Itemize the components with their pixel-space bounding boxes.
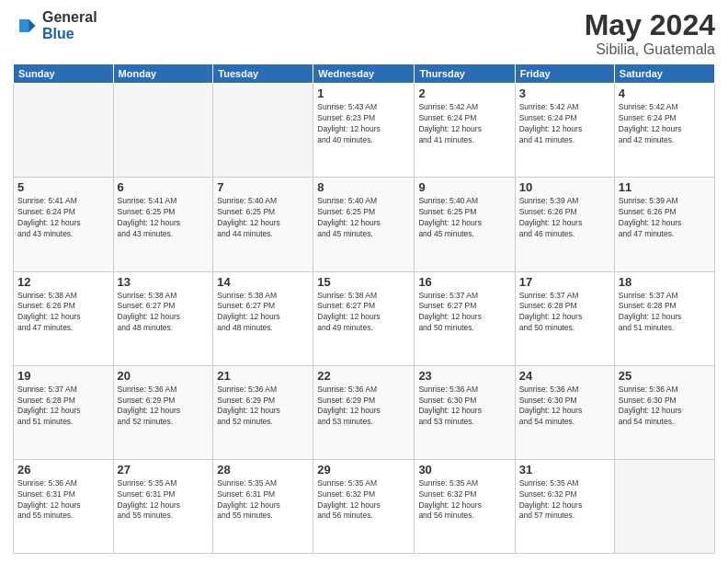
header-monday: Monday <box>113 64 213 84</box>
day-info: Sunrise: 5:38 AM Sunset: 6:27 PM Dayligh… <box>317 291 410 335</box>
day-number: 24 <box>519 369 610 383</box>
day-number: 15 <box>317 275 410 289</box>
day-info: Sunrise: 5:38 AM Sunset: 6:26 PM Dayligh… <box>17 291 109 335</box>
table-row: 16Sunrise: 5:37 AM Sunset: 6:27 PM Dayli… <box>415 271 515 365</box>
day-info: Sunrise: 5:35 AM Sunset: 6:32 PM Dayligh… <box>418 478 510 523</box>
header-friday: Friday <box>515 64 614 84</box>
day-info: Sunrise: 5:37 AM Sunset: 6:28 PM Dayligh… <box>519 291 610 335</box>
table-row: 6Sunrise: 5:41 AM Sunset: 6:25 PM Daylig… <box>113 178 213 271</box>
table-row <box>614 459 714 553</box>
table-row: 1Sunrise: 5:43 AM Sunset: 6:23 PM Daylig… <box>313 84 415 178</box>
table-row: 9Sunrise: 5:40 AM Sunset: 6:25 PM Daylig… <box>415 178 515 271</box>
table-row <box>14 84 114 178</box>
table-row: 18Sunrise: 5:37 AM Sunset: 6:28 PM Dayli… <box>614 271 714 365</box>
table-row <box>213 84 313 178</box>
day-info: Sunrise: 5:37 AM Sunset: 6:28 PM Dayligh… <box>619 291 711 335</box>
day-number: 6 <box>118 180 210 194</box>
main-title: May 2024 <box>585 9 715 41</box>
table-row: 23Sunrise: 5:36 AM Sunset: 6:30 PM Dayli… <box>415 365 515 459</box>
day-info: Sunrise: 5:43 AM Sunset: 6:23 PM Dayligh… <box>317 102 410 146</box>
day-info: Sunrise: 5:42 AM Sunset: 6:24 PM Dayligh… <box>519 102 610 146</box>
day-info: Sunrise: 5:36 AM Sunset: 6:29 PM Dayligh… <box>317 385 410 429</box>
table-row: 4Sunrise: 5:42 AM Sunset: 6:24 PM Daylig… <box>614 84 714 178</box>
day-info: Sunrise: 5:35 AM Sunset: 6:31 PM Dayligh… <box>118 478 210 523</box>
day-info: Sunrise: 5:37 AM Sunset: 6:27 PM Dayligh… <box>418 291 510 335</box>
day-info: Sunrise: 5:38 AM Sunset: 6:27 PM Dayligh… <box>217 291 309 335</box>
table-row: 14Sunrise: 5:38 AM Sunset: 6:27 PM Dayli… <box>213 271 313 365</box>
day-number: 17 <box>519 275 610 289</box>
day-info: Sunrise: 5:40 AM Sunset: 6:25 PM Dayligh… <box>317 196 410 240</box>
day-number: 25 <box>619 369 711 383</box>
day-number: 27 <box>118 463 210 477</box>
header-tuesday: Tuesday <box>213 64 313 84</box>
day-number: 16 <box>418 275 510 289</box>
logo-general-text: General <box>42 9 97 26</box>
day-number: 4 <box>619 86 711 100</box>
table-row: 31Sunrise: 5:35 AM Sunset: 6:32 PM Dayli… <box>515 459 614 553</box>
day-info: Sunrise: 5:41 AM Sunset: 6:24 PM Dayligh… <box>17 196 109 240</box>
table-row <box>113 84 213 178</box>
header: General Blue May 2024 Sibilia, Guatemala <box>13 9 715 58</box>
logo-icon <box>13 13 39 39</box>
logo: General Blue <box>13 9 97 41</box>
header-saturday: Saturday <box>614 64 714 84</box>
day-number: 5 <box>17 180 109 194</box>
day-number: 19 <box>17 369 109 383</box>
day-info: Sunrise: 5:36 AM Sunset: 6:30 PM Dayligh… <box>519 385 610 429</box>
day-info: Sunrise: 5:36 AM Sunset: 6:29 PM Dayligh… <box>118 385 210 429</box>
logo-blue-text: Blue <box>42 26 97 42</box>
day-number: 21 <box>217 369 309 383</box>
calendar-week-4: 19Sunrise: 5:37 AM Sunset: 6:28 PM Dayli… <box>14 365 715 459</box>
day-info: Sunrise: 5:35 AM Sunset: 6:32 PM Dayligh… <box>519 478 610 523</box>
day-number: 18 <box>619 275 711 289</box>
page: General Blue May 2024 Sibilia, Guatemala… <box>0 0 728 563</box>
day-info: Sunrise: 5:36 AM Sunset: 6:31 PM Dayligh… <box>17 478 109 523</box>
header-sunday: Sunday <box>14 64 114 84</box>
table-row: 13Sunrise: 5:38 AM Sunset: 6:27 PM Dayli… <box>113 271 213 365</box>
table-row: 22Sunrise: 5:36 AM Sunset: 6:29 PM Dayli… <box>313 365 415 459</box>
day-info: Sunrise: 5:35 AM Sunset: 6:31 PM Dayligh… <box>217 478 309 523</box>
logo-text: General Blue <box>42 9 97 41</box>
calendar-header-row: Sunday Monday Tuesday Wednesday Thursday… <box>14 64 715 84</box>
table-row: 27Sunrise: 5:35 AM Sunset: 6:31 PM Dayli… <box>113 459 213 553</box>
day-number: 30 <box>418 463 510 477</box>
day-number: 9 <box>418 180 510 194</box>
title-block: May 2024 Sibilia, Guatemala <box>585 9 715 58</box>
day-number: 8 <box>317 180 410 194</box>
day-number: 20 <box>118 369 210 383</box>
day-number: 13 <box>118 275 210 289</box>
day-number: 23 <box>418 369 510 383</box>
day-number: 11 <box>619 180 711 194</box>
day-info: Sunrise: 5:41 AM Sunset: 6:25 PM Dayligh… <box>118 196 210 240</box>
header-wednesday: Wednesday <box>313 64 415 84</box>
day-number: 12 <box>17 275 109 289</box>
day-info: Sunrise: 5:36 AM Sunset: 6:30 PM Dayligh… <box>418 385 510 429</box>
day-number: 2 <box>418 86 510 100</box>
table-row: 10Sunrise: 5:39 AM Sunset: 6:26 PM Dayli… <box>515 178 614 271</box>
header-thursday: Thursday <box>415 64 515 84</box>
day-info: Sunrise: 5:42 AM Sunset: 6:24 PM Dayligh… <box>619 102 711 146</box>
table-row: 2Sunrise: 5:42 AM Sunset: 6:24 PM Daylig… <box>415 84 515 178</box>
table-row: 28Sunrise: 5:35 AM Sunset: 6:31 PM Dayli… <box>213 459 313 553</box>
table-row: 26Sunrise: 5:36 AM Sunset: 6:31 PM Dayli… <box>14 459 114 553</box>
day-info: Sunrise: 5:37 AM Sunset: 6:28 PM Dayligh… <box>17 385 109 429</box>
calendar-week-3: 12Sunrise: 5:38 AM Sunset: 6:26 PM Dayli… <box>14 271 715 365</box>
day-info: Sunrise: 5:36 AM Sunset: 6:30 PM Dayligh… <box>619 385 711 429</box>
table-row: 19Sunrise: 5:37 AM Sunset: 6:28 PM Dayli… <box>14 365 114 459</box>
day-info: Sunrise: 5:39 AM Sunset: 6:26 PM Dayligh… <box>619 196 711 240</box>
day-number: 31 <box>519 463 610 477</box>
table-row: 5Sunrise: 5:41 AM Sunset: 6:24 PM Daylig… <box>14 178 114 271</box>
day-number: 10 <box>519 180 610 194</box>
table-row: 25Sunrise: 5:36 AM Sunset: 6:30 PM Dayli… <box>614 365 714 459</box>
day-number: 7 <box>217 180 309 194</box>
sub-title: Sibilia, Guatemala <box>585 41 715 58</box>
day-info: Sunrise: 5:40 AM Sunset: 6:25 PM Dayligh… <box>217 196 309 240</box>
day-number: 28 <box>217 463 309 477</box>
calendar-week-2: 5Sunrise: 5:41 AM Sunset: 6:24 PM Daylig… <box>14 178 715 271</box>
day-number: 3 <box>519 86 610 100</box>
table-row: 20Sunrise: 5:36 AM Sunset: 6:29 PM Dayli… <box>113 365 213 459</box>
table-row: 21Sunrise: 5:36 AM Sunset: 6:29 PM Dayli… <box>213 365 313 459</box>
table-row: 8Sunrise: 5:40 AM Sunset: 6:25 PM Daylig… <box>313 178 415 271</box>
table-row: 29Sunrise: 5:35 AM Sunset: 6:32 PM Dayli… <box>313 459 415 553</box>
day-number: 26 <box>17 463 109 477</box>
